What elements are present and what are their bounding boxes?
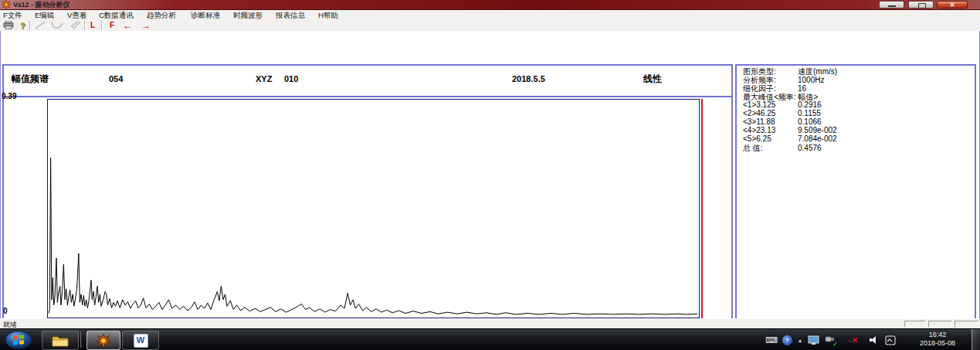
tray-network-icon[interactable]: ✓ [825,329,836,350]
status-pane [955,321,978,328]
taskbar-word-button[interactable]: W [122,331,159,350]
help-button[interactable]: ? [18,20,27,30]
title-bar: Va12 - 振动分析仪 ✕ [0,0,980,10]
taskbar-divider [80,331,82,348]
cursor-left-button[interactable]: ← [120,20,135,30]
tray-show-hidden-icons[interactable]: ▴ [799,329,802,350]
point-value: 010 [284,74,298,83]
minimize-button[interactable] [879,1,904,8]
close-icon: ✕ [938,2,967,8]
application-window: Va12 - 振动分析仪 ✕ F文件 E编辑 V查看 C数据通讯 趋势分析 诊断… [0,0,980,350]
taskbar: W ⌨ ? ▴ ✓ ‥✕ [0,328,980,350]
peak-row-5: <5>6.257.084e-002 [743,134,837,143]
printer-icon [3,21,14,29]
tray-volume-icon[interactable] [870,329,879,350]
toolbar-separator [29,21,31,29]
curve-tool-button[interactable] [49,20,64,30]
content-area: 幅值频谱 054 XYZ 010 2018.5.5 线性 0.39 0 光标指示… [0,31,980,318]
show-desktop-button[interactable] [972,329,980,350]
tray-action-center-icon[interactable] [885,329,896,350]
clock-date: 2018-05-08 [910,339,965,348]
tray-display-icon[interactable] [808,329,819,350]
right-arrow-icon: → [141,21,151,30]
taskbar-explorer-button[interactable] [42,331,79,350]
peak-row-3: <3>11.880.1066 [743,117,822,126]
maximize-button[interactable] [908,1,934,8]
windows-logo-icon [5,331,32,349]
status-pane [904,321,926,328]
curve-tool-icon [51,21,63,29]
status-pane [928,321,952,328]
va12-star-icon [97,334,110,348]
close-button[interactable]: ✕ [937,1,968,8]
menu-bar: F文件 E编辑 V查看 C数据通讯 趋势分析 诊断标准 时频波形 报表信息 H帮… [0,10,980,21]
peak-row-1: <1>3.1250.2916 [743,100,822,109]
y-axis-min-label: 0 [3,307,8,315]
total-value-row: 总 值:0.4576 [743,143,822,154]
toolbar-separator [101,21,103,29]
start-button[interactable] [5,331,32,350]
spectrum-type-label: 幅值频谱 [12,73,49,86]
spectrum-plot-area[interactable] [47,99,700,318]
frequency-mode-button[interactable]: F [107,20,117,30]
line-tool-button[interactable] [33,20,46,30]
channel-value: 054 [109,74,123,83]
help-icon: ? [20,21,25,30]
header-separator [2,96,731,97]
pen-tool-icon [70,21,82,29]
taskbar-clock[interactable]: 16:42 2018-05-08 [910,331,965,348]
clock-time: 16:42 [910,331,965,339]
tray-input-method-icon[interactable]: ? [782,329,792,350]
cursor-right-button[interactable]: → [138,20,154,30]
folder-icon [52,335,69,347]
window-title: Va12 - 振动分析仪 [13,0,70,9]
linear-mode-button[interactable]: L [87,20,98,30]
date-value: 2018.5.5 [512,74,545,83]
maximize-icon [918,3,926,8]
word-icon: W [134,334,148,348]
print-button[interactable] [2,20,15,30]
tray-usb-disconnect-icon[interactable]: ‥✕ [848,329,858,350]
minimize-icon [888,5,896,7]
toolbar-separator [84,21,86,29]
left-arrow-icon: ← [123,21,132,30]
status-bar: 就绪 [0,318,980,329]
tray-keyboard-icon[interactable]: ⌨ [765,329,778,350]
taskbar-va12-button[interactable] [86,331,120,350]
axis-value: XYZ [256,74,272,83]
spectrum-trace [48,100,699,318]
scale-mode-label: 线性 [643,73,662,86]
y-axis-max-label: 0.39 [2,92,16,100]
peak-row-2: <2>46.250.1155 [743,109,821,117]
app-star-icon [2,0,11,9]
toolbar: ? L F ← → [0,20,980,32]
pen-tool-button[interactable] [68,20,83,30]
peak-row-4: <4>23.139.509e-002 [743,126,837,134]
line-tool-icon [35,21,46,29]
spectrum-cursor-line[interactable] [701,99,703,318]
